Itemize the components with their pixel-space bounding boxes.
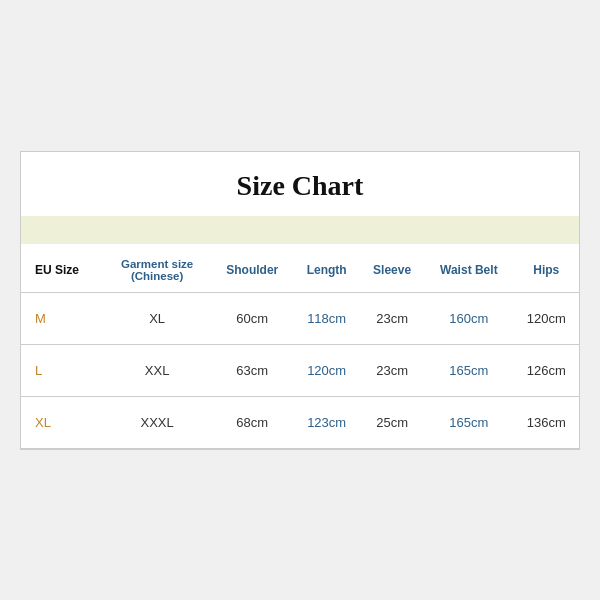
table-row: XLXXXL68cm123cm25cm165cm136cm xyxy=(21,396,579,448)
cell-hips: 136cm xyxy=(513,396,579,448)
table-body: MXL60cm118cm23cm160cm120cmLXXL63cm120cm2… xyxy=(21,292,579,448)
table-row: LXXL63cm120cm23cm165cm126cm xyxy=(21,344,579,396)
cell-eu-size: M xyxy=(21,292,103,344)
cell-eu-size: L xyxy=(21,344,103,396)
size-table: EU Size Garment size(Chinese) Shoulder L… xyxy=(21,244,579,449)
size-chart-container: Size Chart EU Size Garment size(Chinese)… xyxy=(20,151,580,450)
cell-length: 120cm xyxy=(293,344,360,396)
highlight-bar xyxy=(21,216,579,244)
cell-hips: 126cm xyxy=(513,344,579,396)
cell-hips: 120cm xyxy=(513,292,579,344)
cell-length: 118cm xyxy=(293,292,360,344)
cell-garment-size: XL xyxy=(103,292,211,344)
col-header-length: Length xyxy=(293,244,360,293)
col-header-eu-size: EU Size xyxy=(21,244,103,293)
col-header-garment-size: Garment size(Chinese) xyxy=(103,244,211,293)
cell-sleeve: 25cm xyxy=(360,396,424,448)
cell-waist-belt: 165cm xyxy=(424,396,513,448)
cell-sleeve: 23cm xyxy=(360,292,424,344)
cell-length: 123cm xyxy=(293,396,360,448)
cell-shoulder: 68cm xyxy=(211,396,293,448)
cell-waist-belt: 160cm xyxy=(424,292,513,344)
col-header-waist-belt: Waist Belt xyxy=(424,244,513,293)
chart-title: Size Chart xyxy=(21,152,579,216)
table-header-row: EU Size Garment size(Chinese) Shoulder L… xyxy=(21,244,579,293)
cell-garment-size: XXXL xyxy=(103,396,211,448)
col-header-hips: Hips xyxy=(513,244,579,293)
cell-waist-belt: 165cm xyxy=(424,344,513,396)
cell-eu-size: XL xyxy=(21,396,103,448)
col-header-sleeve: Sleeve xyxy=(360,244,424,293)
cell-garment-size: XXL xyxy=(103,344,211,396)
cell-shoulder: 63cm xyxy=(211,344,293,396)
table-row: MXL60cm118cm23cm160cm120cm xyxy=(21,292,579,344)
cell-shoulder: 60cm xyxy=(211,292,293,344)
cell-sleeve: 23cm xyxy=(360,344,424,396)
col-header-shoulder: Shoulder xyxy=(211,244,293,293)
